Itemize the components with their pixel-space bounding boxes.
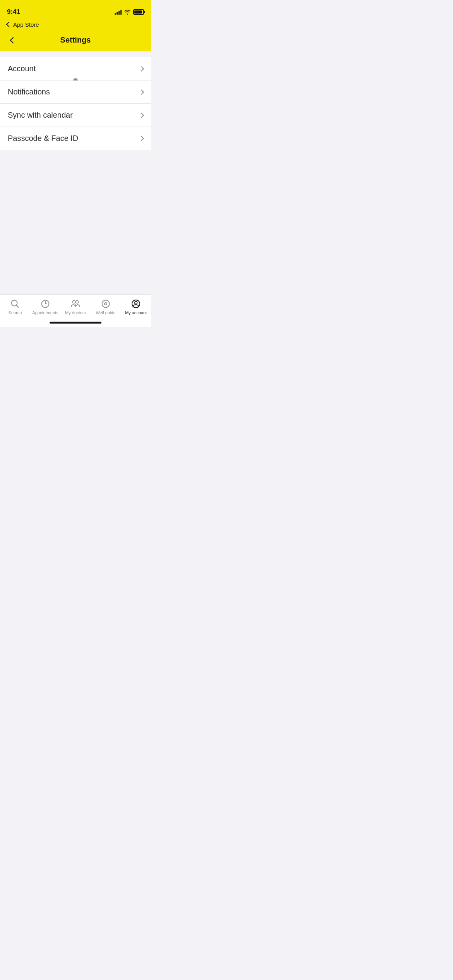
signal-icon: [115, 9, 122, 15]
app-store-back[interactable]: App Store: [7, 21, 39, 28]
tab-appointments[interactable]: Appointments: [30, 298, 60, 315]
well-guide-tab-icon: [101, 299, 111, 309]
settings-list: Account Notifications Sync with calendar…: [0, 57, 151, 150]
settings-item-sync-calendar[interactable]: Sync with calendar: [0, 104, 151, 127]
my-doctors-tab-icon: [70, 299, 81, 309]
nav-header: Settings: [0, 29, 151, 51]
settings-item-account[interactable]: Account: [0, 57, 151, 81]
svg-point-5: [73, 301, 76, 303]
settings-item-notifications-label: Notifications: [8, 87, 50, 96]
settings-item-account-chevron: [139, 66, 144, 71]
settings-item-sync-calendar-chevron: [139, 112, 144, 118]
settings-item-passcode[interactable]: Passcode & Face ID: [0, 127, 151, 150]
tab-well-guide-label: Well guide: [96, 310, 115, 315]
status-bar: 9:41: [0, 0, 151, 19]
tab-my-account[interactable]: My account: [121, 298, 151, 315]
my-account-tab-icon: [131, 299, 141, 309]
tab-my-doctors[interactable]: My doctors: [60, 298, 91, 315]
tab-appointments-label: Appointments: [32, 310, 58, 315]
svg-point-9: [102, 300, 110, 308]
settings-content: Account Notifications Sync with calendar…: [0, 57, 151, 150]
settings-item-sync-calendar-label: Sync with calendar: [8, 111, 73, 120]
tab-search[interactable]: Search: [0, 298, 30, 315]
appointments-tab-icon: [40, 299, 50, 309]
tab-bar: Search Appointments My doctors: [0, 295, 151, 327]
status-icons: [115, 9, 144, 15]
nav-back-button[interactable]: [6, 33, 20, 47]
search-tab-icon: [10, 299, 20, 309]
tab-my-doctors-label: My doctors: [65, 310, 86, 315]
settings-item-notifications-chevron: [139, 89, 144, 94]
settings-item-passcode-chevron: [139, 135, 144, 141]
svg-point-10: [105, 303, 107, 305]
settings-item-account-label: Account: [8, 64, 36, 73]
tab-search-label: Search: [9, 310, 22, 315]
tab-well-guide[interactable]: Well guide: [91, 298, 121, 315]
svg-line-1: [17, 305, 19, 308]
status-time: 9:41: [7, 8, 20, 16]
app-store-back-chevron: [6, 22, 12, 27]
home-indicator: [50, 322, 101, 324]
svg-point-12: [135, 302, 137, 304]
wifi-icon: [124, 9, 131, 15]
app-store-bar: App Store: [0, 19, 151, 29]
tab-my-account-label: My account: [125, 310, 147, 315]
app-store-label: App Store: [13, 21, 39, 28]
battery-icon: [133, 9, 144, 15]
nav-back-chevron-icon: [10, 37, 17, 43]
settings-item-passcode-label: Passcode & Face ID: [8, 134, 78, 143]
svg-point-6: [76, 301, 79, 303]
page-title: Settings: [60, 36, 91, 45]
settings-item-notifications[interactable]: Notifications: [0, 81, 151, 104]
